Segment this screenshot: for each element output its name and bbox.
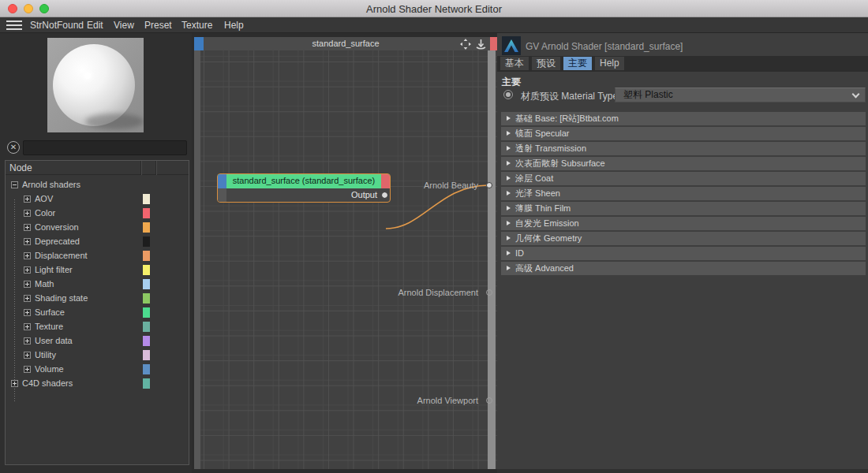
section-geometry[interactable]: 几何体 Geometry: [501, 232, 866, 245]
canvas-bottom-edge: [192, 469, 497, 473]
expand-icon[interactable]: [24, 281, 31, 288]
tree-item-light-filter[interactable]: Light filter: [6, 263, 189, 277]
expand-icon[interactable]: [24, 238, 31, 245]
keyframe-dot-icon[interactable]: [503, 90, 513, 99]
tree-item-user-data[interactable]: User data: [6, 334, 189, 348]
menu-preset[interactable]: Preset: [144, 20, 172, 31]
specular-highlight: [84, 73, 91, 79]
section-coat[interactable]: 涂层 Coat: [501, 172, 866, 185]
collapsed-arrow-icon: [507, 236, 511, 240]
tree-header: Node: [6, 161, 189, 175]
canvas-title: standard_surface: [194, 39, 497, 48]
section-transmission[interactable]: 透射 Transmission: [501, 142, 866, 155]
expand-icon[interactable]: [24, 323, 31, 330]
section-sheen[interactable]: 光泽 Sheen: [501, 187, 866, 200]
expand-icon[interactable]: [24, 352, 31, 359]
arnold-logo-icon: [502, 36, 521, 55]
expand-icon[interactable]: [24, 337, 31, 345]
tree-item-displacement[interactable]: Displacement: [6, 249, 189, 263]
tree-item-volume[interactable]: Volume: [6, 363, 189, 377]
hamburger-menu-icon[interactable]: [6, 20, 22, 30]
anchor-icon[interactable]: [476, 39, 486, 50]
tab-basic[interactable]: 基本: [500, 57, 529, 70]
collapse-icon[interactable]: [11, 181, 18, 188]
collapsed-arrow-icon: [507, 131, 511, 136]
material-preview: [47, 38, 144, 132]
attributes-panel: GV Arnold Shader [standard_surface] 基本 预…: [497, 33, 868, 473]
clear-search-icon[interactable]: ✕: [7, 141, 20, 154]
category-color-swatch: [143, 279, 150, 289]
section-id[interactable]: ID: [501, 247, 866, 260]
collapsed-arrow-icon: [507, 266, 511, 270]
render-target-beauty[interactable]: Arnold Beauty: [286, 181, 496, 192]
tree-item-conversion[interactable]: Conversion: [6, 221, 189, 235]
render-target-displacement[interactable]: Arnold Displacement: [286, 288, 496, 299]
category-color-swatch: [143, 236, 150, 247]
category-color-swatch: [143, 194, 150, 204]
node-body-left-tab: [218, 188, 226, 202]
section-specular[interactable]: 镜面 Specular: [501, 127, 866, 140]
category-color-swatch: [143, 350, 150, 360]
tree-item-aov[interactable]: AOV: [6, 192, 189, 207]
tab-presets[interactable]: 预设: [532, 57, 560, 70]
section-base[interactable]: 基础 Base: [R站]Btbat.com: [501, 112, 866, 125]
beauty-port-icon[interactable]: [486, 182, 492, 188]
expand-icon[interactable]: [24, 309, 31, 316]
section-thin-film[interactable]: 薄膜 Thin Film: [501, 202, 866, 215]
tree-item-c4d-shaders[interactable]: C4D shaders: [6, 377, 189, 391]
output-port[interactable]: [381, 192, 388, 199]
tree-rows: Arnold shaders AOV Color Conversion: [6, 175, 189, 464]
category-color-swatch: [143, 293, 150, 304]
column-separator: [155, 161, 156, 175]
menu-edit[interactable]: Edit: [87, 20, 103, 31]
window-title: Arnold Shader Network Editor: [0, 3, 868, 15]
expand-icon[interactable]: [24, 224, 31, 231]
expand-icon[interactable]: [24, 210, 31, 217]
expand-icon[interactable]: [24, 266, 31, 274]
expand-icon[interactable]: [24, 252, 31, 259]
menu-view[interactable]: View: [114, 20, 134, 31]
tree-item-deprecated[interactable]: Deprecated: [6, 235, 189, 249]
expand-icon[interactable]: [24, 196, 31, 203]
window-titlebar[interactable]: Arnold Shader Network Editor: [0, 0, 868, 17]
panel-bottom-edge: [497, 469, 868, 473]
menu-texture[interactable]: Texture: [181, 20, 212, 31]
tree-item-math[interactable]: Math: [6, 277, 189, 292]
category-color-swatch: [143, 222, 150, 233]
shader-panel-title: GV Arnold Shader [standard_surface]: [526, 41, 683, 52]
section-emission[interactable]: 自发光 Emission: [501, 217, 866, 230]
expand-icon[interactable]: [11, 380, 18, 387]
tab-help[interactable]: Help: [595, 57, 624, 70]
tab-main[interactable]: 主要: [563, 57, 592, 70]
menu-strnotfound[interactable]: StrNotFound: [30, 20, 84, 31]
canvas-header-icons: [460, 38, 486, 50]
tree-item-surface[interactable]: Surface: [6, 306, 189, 320]
displacement-port-icon[interactable]: [486, 289, 492, 296]
node-graph-canvas[interactable]: standard_surface: [192, 33, 497, 473]
node-input-tab[interactable]: [218, 174, 226, 188]
category-color-swatch: [143, 378, 150, 389]
expand-icon[interactable]: [24, 295, 31, 302]
material-type-dropdown[interactable]: 塑料 Plastic: [615, 88, 866, 102]
viewport-port-icon[interactable]: [486, 397, 492, 404]
tab-strip: 基本 预设 主要 Help: [497, 56, 868, 72]
left-panel: ✕ Node Arnold shaders AOV Color: [0, 33, 192, 473]
expand-icon[interactable]: [24, 366, 31, 373]
tree-item-shading-state[interactable]: Shading state: [6, 292, 189, 306]
section-subsurface[interactable]: 次表面散射 Subsurface: [501, 157, 866, 170]
tree-item-texture[interactable]: Texture: [6, 320, 189, 334]
node-tree-panel: Node Arnold shaders AOV Color: [5, 160, 189, 465]
collapsed-arrow-icon: [507, 116, 511, 121]
menu-help[interactable]: Help: [224, 20, 244, 31]
category-color-swatch: [143, 322, 150, 332]
render-target-viewport[interactable]: Arnold Viewport: [286, 396, 496, 407]
tree-item-arnold-shaders[interactable]: Arnold shaders: [6, 178, 189, 192]
tree-item-color[interactable]: Color: [6, 207, 189, 221]
search-input[interactable]: [23, 140, 187, 155]
move-icon[interactable]: [460, 39, 471, 50]
tree-item-utility[interactable]: Utility: [6, 348, 189, 363]
arnold-shader-network-editor-window: Arnold Shader Network Editor StrNotFound…: [0, 0, 868, 473]
section-advanced[interactable]: 高级 Advanced: [501, 262, 866, 275]
category-color-swatch: [143, 208, 150, 218]
category-color-swatch: [143, 307, 150, 318]
